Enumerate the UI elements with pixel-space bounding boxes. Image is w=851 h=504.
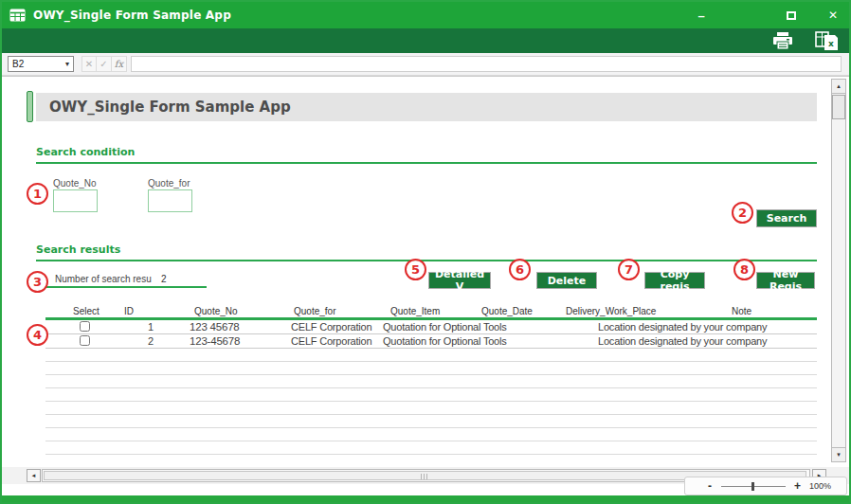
empty-table-row	[45, 441, 817, 455]
form-canvas: OWY_Single Form Sample App Search condit…	[2, 76, 849, 467]
annotation-circle-1: 1	[27, 183, 48, 205]
cell-id: 1	[148, 321, 154, 333]
col-quote-date: Quote_Date	[481, 306, 533, 316]
cell-delivery-work-place: Location designated by your company	[598, 321, 767, 333]
quote-for-label: Quote_for	[148, 178, 190, 189]
page-title-banner: OWY_Single Form Sample App	[36, 93, 817, 121]
cell-quote-no: 123 45678	[190, 321, 240, 333]
empty-table-row	[45, 428, 817, 441]
empty-table-row	[45, 362, 817, 375]
formula-buttons: ✕ ✓ fx	[81, 56, 127, 72]
app-icon	[9, 9, 26, 22]
results-table: Select ID Quote_No Quote_for Quote_Item …	[45, 306, 817, 455]
scroll-up-button[interactable]: ▲	[832, 80, 845, 94]
export-excel-button[interactable]: x	[809, 29, 843, 52]
new-register-button[interactable]: New Regis	[756, 272, 815, 289]
delete-button[interactable]: Delete	[536, 272, 597, 289]
col-quote-item: Quote_Item	[390, 306, 440, 316]
zoom-control: - + 100%	[684, 477, 847, 495]
annotation-circle-4: 4	[27, 324, 48, 346]
svg-text:x: x	[828, 39, 834, 48]
status-bar	[2, 495, 849, 502]
col-select: Select	[73, 306, 100, 316]
empty-table-row	[45, 388, 817, 402]
name-box[interactable]: B2 ▾	[8, 56, 74, 72]
window-title: OWY_Single Form Sample App	[33, 9, 231, 22]
empty-table-row	[45, 415, 817, 428]
formula-input[interactable]	[131, 56, 842, 72]
cell-quote-for: CELF Corporation	[291, 335, 371, 347]
chevron-down-icon[interactable]: ▾	[65, 60, 69, 68]
zoom-level: 100%	[809, 481, 831, 491]
quote-for-input[interactable]	[148, 189, 192, 212]
result-count-value: 2	[161, 274, 167, 284]
col-delivery-work-place: Delivery_Work_Place	[566, 306, 656, 316]
empty-table-row	[45, 349, 817, 362]
search-button[interactable]: Search	[756, 209, 817, 227]
empty-table-row	[45, 375, 817, 388]
search-results-label: Search results	[36, 243, 120, 256]
table-row[interactable]: 1 123 45678 CELF Corporation Quotation f…	[45, 320, 817, 334]
minimize-button[interactable]: –	[691, 2, 712, 28]
annotation-circle-3: 3	[27, 271, 48, 293]
search-condition-heading: Search condition	[36, 142, 817, 164]
search-condition-label: Search condition	[36, 146, 135, 158]
search-results-heading: Search results	[36, 240, 817, 261]
zoom-slider-track[interactable]	[721, 486, 786, 487]
quote-no-input[interactable]	[53, 189, 98, 212]
scroll-grip-icon	[421, 474, 429, 479]
vertical-scrollbar[interactable]: ▲ ▼	[831, 79, 846, 462]
zoom-slider-thumb[interactable]	[751, 482, 754, 491]
annotation-circle-5: 5	[405, 259, 426, 280]
title-accent-bar	[27, 91, 33, 122]
name-box-value: B2	[12, 59, 24, 69]
title-bar: OWY_Single Form Sample App – ✕	[2, 2, 849, 28]
cell-id: 2	[148, 335, 154, 347]
cell-quote-for: CELF Corporation	[291, 321, 371, 333]
cell-delivery-work-place: Location designated by your company	[598, 335, 767, 347]
enter-formula-button[interactable]: ✓	[97, 56, 112, 72]
maximize-button[interactable]	[781, 2, 802, 28]
col-quote-for: Quote_for	[294, 306, 335, 316]
table-header-row: Select ID Quote_No Quote_for Quote_Item …	[45, 306, 817, 320]
excel-export-icon: x	[815, 31, 839, 50]
cell-quote-item: Quotation for Optional Tools	[383, 321, 507, 333]
annotation-circle-2: 2	[732, 202, 753, 224]
maximize-icon	[787, 11, 796, 20]
quote-no-label: Quote_No	[53, 178, 97, 189]
row-select-checkbox[interactable]	[80, 335, 90, 346]
row-select-checkbox[interactable]	[80, 321, 90, 332]
scroll-down-button[interactable]: ▼	[832, 447, 845, 461]
toolbar: x	[2, 28, 849, 53]
zoom-in-button[interactable]: +	[794, 479, 801, 493]
formula-bar: B2 ▾ ✕ ✓ fx	[2, 53, 849, 76]
copy-register-button[interactable]: Copy regis	[644, 272, 705, 289]
zoom-out-button[interactable]: -	[708, 479, 712, 493]
col-id: ID	[124, 306, 134, 316]
empty-table-row	[45, 402, 817, 415]
annotation-circle-6: 6	[509, 259, 531, 280]
printer-icon	[772, 32, 793, 50]
col-quote-no: Quote_No	[194, 306, 238, 316]
cell-quote-no: 123-45678	[190, 335, 240, 347]
annotation-circle-8: 8	[733, 259, 755, 280]
result-count-label: Number of search resu	[55, 274, 153, 284]
result-count-field: Number of search resu 2	[45, 273, 207, 288]
insert-function-button[interactable]: fx	[112, 56, 127, 72]
annotation-circle-7: 7	[618, 259, 640, 280]
close-button[interactable]: ✕	[823, 2, 843, 28]
vertical-scroll-thumb[interactable]	[832, 95, 845, 119]
col-note: Note	[732, 306, 751, 316]
print-button[interactable]	[768, 29, 798, 52]
scroll-left-button[interactable]: ◄	[27, 469, 41, 482]
cancel-formula-button[interactable]: ✕	[81, 56, 97, 72]
table-row[interactable]: 2 123-45678 CELF Corporation Quotation f…	[45, 334, 817, 349]
cell-quote-item: Quotation for Optional Tools	[383, 335, 507, 347]
detailed-view-button[interactable]: Detailed V	[428, 272, 491, 289]
app-window: OWY_Single Form Sample App – ✕	[0, 0, 851, 504]
page-title: OWY_Single Form Sample App	[49, 99, 291, 116]
